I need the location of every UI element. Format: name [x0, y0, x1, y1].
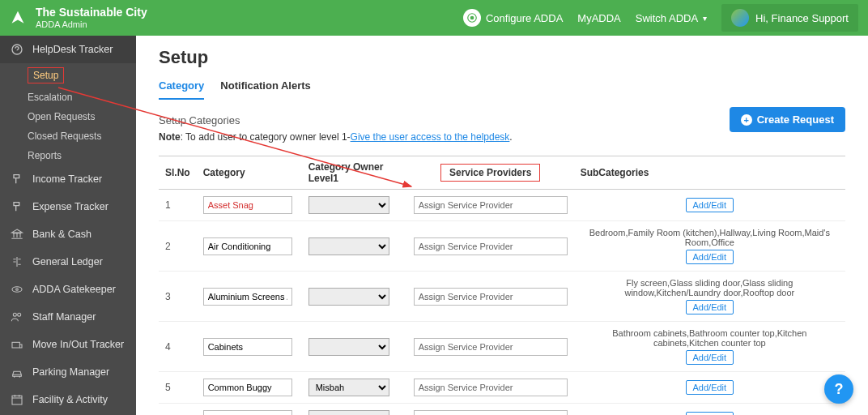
subnav-reports[interactable]: Reports [28, 146, 136, 165]
cell-owner [302, 322, 407, 372]
sidebar-item-move[interactable]: Move In/Out Tracker [0, 331, 136, 358]
helpdesk-access-link[interactable]: Give the user access to the helpdesk [351, 131, 510, 143]
subnav-setup[interactable]: Setup [28, 63, 136, 88]
sidebar-label: HelpDesk Tracker [32, 44, 113, 55]
add-edit-button[interactable]: Add/Edit [686, 412, 734, 415]
col-owner: Category Owner Level1 [302, 156, 407, 190]
service-provider-input[interactable] [414, 379, 568, 396]
table-row: 1Add/Edit [159, 190, 845, 221]
add-edit-button[interactable]: Add/Edit [686, 300, 734, 314]
owner-select[interactable] [308, 338, 389, 356]
app-name: The Sustainable City [36, 6, 147, 19]
add-edit-button[interactable]: Add/Edit [686, 350, 734, 365]
service-provider-input[interactable] [414, 410, 568, 415]
app-subtitle: ADDA Admin [36, 19, 147, 30]
sidebar-item-facility[interactable]: Facility & Activity [0, 386, 136, 413]
owner-select[interactable]: Misbah [308, 410, 389, 415]
cell-slno: 2 [159, 221, 197, 272]
service-provider-input[interactable] [414, 237, 568, 255]
category-input[interactable] [203, 338, 292, 356]
owner-select[interactable] [308, 237, 389, 255]
category-input[interactable] [203, 379, 292, 396]
sidebar-item-expense[interactable]: Expense Tracker [0, 193, 136, 220]
cell-subcategories: Add/Edit [574, 404, 845, 416]
configure-adda-button[interactable]: Configure ADDA [463, 9, 563, 27]
category-input[interactable] [203, 196, 292, 214]
col-category: Category [197, 156, 302, 190]
subnav-escalation[interactable]: Escalation [28, 88, 136, 107]
income-icon [10, 172, 24, 186]
col-service: Service Providers [407, 156, 574, 190]
cell-service [407, 272, 574, 322]
service-provider-input[interactable] [414, 288, 568, 306]
svg-rect-8 [12, 396, 22, 404]
facility-icon [10, 392, 24, 407]
user-greeting: Hi, Finance Support [755, 12, 849, 24]
cell-category [197, 221, 302, 272]
page-title: Setup [159, 47, 845, 68]
cell-category [197, 322, 302, 372]
cell-subcategories: Add/Edit [574, 372, 845, 404]
cell-service [407, 322, 574, 372]
header-bar: The Sustainable City ADDA Admin Configur… [0, 0, 868, 36]
owner-select[interactable]: Misbah [308, 379, 389, 396]
category-input[interactable] [203, 288, 292, 306]
sidebar-item-income[interactable]: Income Tracker [0, 165, 136, 193]
category-input[interactable] [203, 237, 292, 255]
sidebar: HelpDesk Tracker Setup Escalation Open R… [0, 36, 136, 415]
helpdesk-icon [10, 42, 24, 57]
owner-select[interactable] [308, 288, 389, 306]
user-menu[interactable]: Hi, Finance Support [721, 4, 858, 32]
svg-point-3 [12, 287, 22, 293]
tab-notification-alerts[interactable]: Notification Alerts [220, 79, 310, 100]
switch-adda-button[interactable]: Switch ADDA ▾ [636, 12, 707, 24]
add-edit-button[interactable]: Add/Edit [686, 380, 734, 395]
sidebar-item-staff[interactable]: Staff Manager [0, 303, 136, 331]
add-edit-button[interactable]: Add/Edit [686, 250, 734, 264]
cell-slno: 3 [159, 272, 197, 322]
avatar [731, 9, 749, 27]
table-row: 2Bedroom,Family Room (kitchen),Hallway,L… [159, 221, 845, 272]
help-button[interactable]: ? [824, 374, 853, 404]
subcategories-text: Bathroom cabinets,Bathroom counter top,K… [581, 328, 839, 348]
parking-icon [10, 365, 24, 379]
myadda-link[interactable]: MyADDA [577, 12, 620, 24]
subnav-open-requests[interactable]: Open Requests [28, 107, 136, 126]
create-request-button[interactable]: + Create Request [730, 107, 845, 132]
tabs: Category Notification Alerts [159, 79, 845, 100]
owner-select[interactable] [308, 196, 389, 214]
plus-icon: + [741, 114, 752, 126]
cell-subcategories: Bathroom cabinets,Bathroom counter top,K… [574, 322, 845, 372]
subnav-closed-requests[interactable]: Closed Requests [28, 126, 136, 146]
sidebar-item-bank[interactable]: Bank & Cash [0, 220, 136, 248]
cell-service [407, 221, 574, 272]
svg-rect-7 [12, 342, 19, 348]
category-input[interactable] [203, 410, 292, 415]
add-edit-button[interactable]: Add/Edit [686, 198, 734, 212]
cell-owner [302, 272, 407, 322]
helpdesk-submenu: Setup Escalation Open Requests Closed Re… [0, 63, 136, 165]
cell-service [407, 372, 574, 404]
cell-subcategories: Add/Edit [574, 190, 845, 221]
cell-service [407, 404, 574, 416]
cell-slno: 4 [159, 322, 197, 372]
sidebar-item-helpdesk[interactable]: HelpDesk Tracker [0, 36, 136, 63]
service-provider-input[interactable] [414, 338, 568, 356]
cell-owner: Misbah [302, 372, 407, 404]
table-row: 3Fly screen,Glass sliding door,Glass sli… [159, 272, 845, 322]
sidebar-item-gatekeeper[interactable]: ADDA Gatekeeper [0, 276, 136, 303]
sidebar-item-parking[interactable]: Parking Manager [0, 358, 136, 386]
table-row: 5MisbahAdd/Edit [159, 372, 845, 404]
main-content: Setup Category Notification Alerts + Cre… [136, 36, 868, 415]
col-slno: Sl.No [159, 156, 197, 190]
categories-table: Sl.No Category Category Owner Level1 Ser… [159, 156, 845, 415]
table-row: 6MisbahAdd/Edit [159, 404, 845, 416]
service-provider-input[interactable] [414, 196, 568, 214]
create-request-label: Create Request [757, 113, 834, 126]
staff-icon [10, 310, 24, 324]
setup-note: Note: To add user to category owner leve… [159, 131, 845, 143]
svg-point-4 [16, 289, 19, 291]
tab-category[interactable]: Category [159, 79, 204, 100]
sidebar-item-ledger[interactable]: General Ledger [0, 248, 136, 276]
cell-owner [302, 221, 407, 272]
